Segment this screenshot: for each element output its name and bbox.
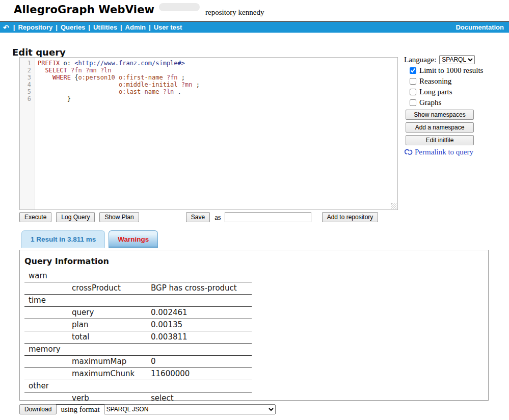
code-token: ?mn: [181, 81, 193, 88]
edit-initfile-button[interactable]: Edit initfile: [406, 135, 474, 145]
checkbox-row-limit-to-1000-results: Limit to 1000 results: [404, 66, 507, 75]
permalink-label: Permalink to query: [415, 148, 473, 156]
info-key: plan: [72, 320, 151, 329]
line-number: 3: [20, 74, 35, 81]
language-row: Language: SPARQL: [404, 55, 507, 64]
info-row-total: total0.003811: [24, 331, 252, 344]
checkbox-label: Graphs: [419, 98, 441, 107]
page-title: Edit query: [12, 47, 66, 58]
nav-item-admin[interactable]: Admin: [125, 23, 146, 31]
code-token: o:: [60, 60, 74, 67]
line-number: 5: [20, 88, 35, 95]
app-header: AllegroGraph WebView repository kennedy: [0, 0, 509, 21]
query-editor[interactable]: 1PREFIX o: <http://www.franz.com/simple#…: [19, 57, 398, 210]
code-token: [38, 74, 52, 81]
code-token: [178, 81, 181, 88]
line-number: 6: [20, 95, 35, 102]
code-text: SELECT ?fn ?mn ?ln: [35, 67, 112, 74]
code-token: ?fn: [167, 74, 178, 81]
options-buttons: Show namespacesAdd a namespaceEdit initf…: [404, 110, 507, 145]
section-row-memory: memory: [24, 344, 252, 356]
save-name-input[interactable]: [225, 212, 311, 222]
code-text: o:middle-initial ?mn ;: [35, 81, 200, 88]
info-row-query: query0.002461: [24, 307, 252, 319]
info-key: maximumChunk: [72, 369, 151, 378]
checkbox-row-reasoning: Reasoning: [404, 77, 507, 86]
results-tabs: 1 Result in 3.811 msWarnings: [21, 230, 162, 248]
code-token: o:person10: [78, 74, 115, 81]
info-value: select: [151, 393, 252, 403]
code-token: }: [38, 95, 71, 102]
log-query-button[interactable]: Log Query: [56, 212, 95, 222]
checkbox-label: Long parts: [419, 88, 452, 96]
query-information-title: Query Information: [24, 256, 488, 266]
execute-button[interactable]: Execute: [19, 212, 51, 222]
checkbox-graphs[interactable]: [410, 99, 416, 106]
format-select[interactable]: SPARQL JSON: [104, 404, 276, 414]
info-key: verb: [72, 393, 151, 403]
repository-label: repository kennedy: [205, 8, 264, 17]
tab-label: 1 Result in 3.811 ms: [31, 235, 96, 243]
checkbox-long-parts[interactable]: [410, 89, 416, 95]
language-label: Language:: [404, 56, 436, 64]
nav-item-user-test[interactable]: User test: [154, 23, 182, 31]
code-token: ?fn: [71, 67, 82, 74]
code-token: [159, 88, 163, 95]
checkbox-limit-to-1000-results[interactable]: [410, 67, 416, 74]
show-namespaces-button[interactable]: Show namespaces: [406, 110, 474, 120]
code-text: }: [35, 95, 71, 102]
section-row-time: time: [24, 295, 252, 307]
nav-item-utilities[interactable]: Utilities: [93, 23, 117, 31]
code-text: PREFIX o: <http://www.franz.com/simple#>: [35, 60, 185, 67]
nav-item-repository[interactable]: Repository: [18, 23, 52, 31]
code-line: 1PREFIX o: <http://www.franz.com/simple#…: [20, 60, 397, 67]
code-text: WHERE {o:person10 o:first-name ?fn ;: [35, 74, 185, 81]
code-token: o:last-name: [119, 88, 159, 95]
language-select[interactable]: SPARQL: [439, 55, 475, 64]
info-value: 0: [151, 357, 252, 366]
checkbox-label: Limit to 1000 results: [419, 66, 483, 75]
permalink-chain-icon: [404, 148, 413, 156]
code-token: ?ln: [100, 67, 112, 74]
info-value: 0.003811: [151, 332, 252, 342]
code-token: ?ln: [163, 88, 174, 95]
download-button[interactable]: Download: [19, 404, 57, 414]
nav-items: |Repository|Queries|Utilities|Admin|User…: [10, 23, 182, 31]
code-lines: 1PREFIX o: <http://www.franz.com/simple#…: [20, 58, 397, 102]
code-token: WHERE: [52, 74, 71, 81]
editor-resize-handle[interactable]: [391, 203, 396, 208]
download-bar: Download using format SPARQL JSON: [19, 404, 276, 414]
main-nav: ↶ |Repository|Queries|Utilities|Admin|Us…: [0, 21, 509, 33]
tab-warnings[interactable]: Warnings: [109, 230, 158, 248]
nav-separator: |: [56, 23, 58, 31]
section-row-other: other: [24, 380, 252, 392]
nav-documentation-link[interactable]: Documentation: [456, 23, 504, 31]
nav-item-queries[interactable]: Queries: [61, 23, 85, 31]
checkbox-reasoning[interactable]: [410, 78, 416, 85]
code-token: SELECT: [45, 67, 67, 74]
add-a-namespace-button[interactable]: Add a namespace: [406, 122, 474, 133]
back-arrow-icon[interactable]: ↶: [3, 23, 9, 32]
save-button[interactable]: Save: [186, 212, 210, 222]
query-options-panel: Language: SPARQL Limit to 1000 resultsRe…: [404, 55, 507, 156]
code-token: [97, 67, 100, 74]
line-number: 1: [20, 60, 35, 67]
checkbox-row-graphs: Graphs: [404, 98, 507, 107]
nav-separator: |: [120, 23, 122, 31]
info-value: 0.002461: [151, 308, 252, 317]
info-value: 0.00135: [151, 320, 252, 329]
add-to-repository-button[interactable]: Add to repository: [322, 212, 379, 222]
line-number: 4: [20, 81, 35, 88]
code-line: 4 o:middle-initial ?mn ;: [20, 81, 397, 88]
save-as-label: as: [215, 213, 221, 222]
code-token: ;: [192, 81, 199, 88]
info-row-maximummap: maximumMap0: [24, 356, 252, 368]
permalink-to-query-link[interactable]: Permalink to query: [404, 148, 507, 156]
tab-1-result-in-3-811-ms[interactable]: 1 Result in 3.811 ms: [21, 230, 105, 248]
nav-separator: |: [13, 23, 15, 31]
show-plan-button[interactable]: Show Plan: [99, 212, 139, 222]
code-text: o:last-name ?ln .: [35, 88, 181, 95]
code-token: [115, 74, 119, 81]
info-row-crossproduct: crossProductBGP has cross-product: [24, 282, 252, 295]
code-token: o:first-name: [119, 74, 163, 81]
